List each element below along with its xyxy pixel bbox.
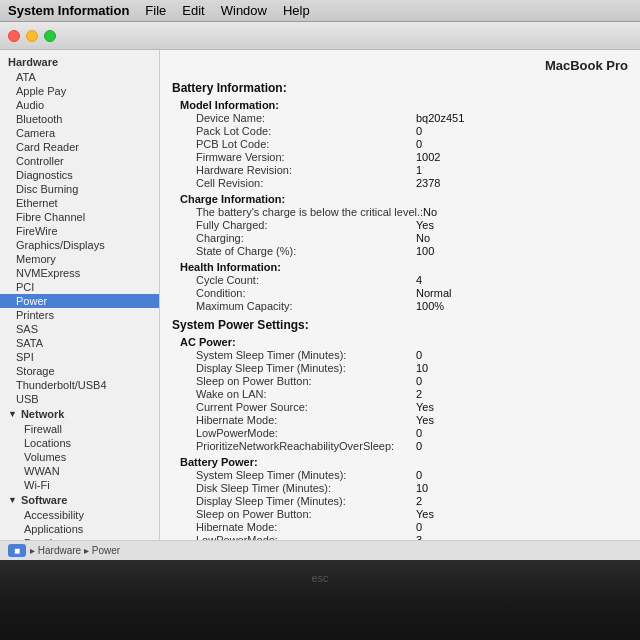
lowpower-row: LowPowerMode: 0 bbox=[196, 427, 628, 439]
sidebar-item-memory[interactable]: Memory bbox=[0, 252, 159, 266]
hibernate-label: Hibernate Mode: bbox=[196, 414, 416, 426]
current-power-label: Current Power Source: bbox=[196, 401, 416, 413]
close-button[interactable] bbox=[8, 30, 20, 42]
breadcrumb-bar: ■ ▸ Hardware ▸ Power bbox=[0, 540, 640, 560]
menu-window[interactable]: Window bbox=[221, 3, 267, 18]
batt-hibernate-label: Hibernate Mode: bbox=[196, 521, 416, 533]
fully-charged-row: Fully Charged: Yes bbox=[196, 219, 628, 231]
device-name-value: bq20z451 bbox=[416, 112, 464, 124]
device-name-row: Device Name: bq20z451 bbox=[196, 112, 628, 124]
state-row: State of Charge (%): 100 bbox=[196, 245, 628, 257]
batt-display-sleep-label: Display Sleep Timer (Minutes): bbox=[196, 495, 416, 507]
sidebar-item-audio[interactable]: Audio bbox=[0, 98, 159, 112]
display-sleep-label: Display Sleep Timer (Minutes): bbox=[196, 362, 416, 374]
display-sleep-row: Display Sleep Timer (Minutes): 10 bbox=[196, 362, 628, 374]
cycle-row: Cycle Count: 4 bbox=[196, 274, 628, 286]
prioritize-label: PrioritizeNetworkReachabilityOverSleep: bbox=[196, 440, 416, 452]
lowpower-value: 0 bbox=[416, 427, 422, 439]
model-info-header: Model Information: bbox=[180, 99, 628, 111]
condition-value: Normal bbox=[416, 287, 451, 299]
lowpower-label: LowPowerMode: bbox=[196, 427, 416, 439]
sidebar-item-spi[interactable]: SPI bbox=[0, 350, 159, 364]
zoom-button[interactable] bbox=[44, 30, 56, 42]
sidebar-item-locations[interactable]: Locations bbox=[0, 436, 159, 450]
network-triangle: ▼ bbox=[8, 409, 17, 419]
firmware-row: Firmware Version: 1002 bbox=[196, 151, 628, 163]
state-value: 100 bbox=[416, 245, 434, 257]
pack-lot-label: Pack Lot Code: bbox=[196, 125, 416, 137]
sleep-power-label: Sleep on Power Button: bbox=[196, 375, 416, 387]
sidebar-item-camera[interactable]: Camera bbox=[0, 126, 159, 140]
device-title: MacBook Pro bbox=[172, 58, 628, 73]
fully-charged-label: Fully Charged: bbox=[196, 219, 416, 231]
sidebar-item-wifi[interactable]: Wi-Fi bbox=[0, 478, 159, 492]
sidebar-item-discburning[interactable]: Disc Burning bbox=[0, 182, 159, 196]
battery-model-table: Model Information: Device Name: bq20z451… bbox=[180, 99, 628, 312]
sidebar-item-ethernet[interactable]: Ethernet bbox=[0, 196, 159, 210]
hardware-label: Hardware Revision: bbox=[196, 164, 416, 176]
menu-edit[interactable]: Edit bbox=[182, 3, 204, 18]
batt-hibernate-value: 0 bbox=[416, 521, 422, 533]
batt-system-sleep-row: System Sleep Timer (Minutes): 0 bbox=[196, 469, 628, 481]
sidebar-item-bluetooth[interactable]: Bluetooth bbox=[0, 112, 159, 126]
sidebar-item-usb[interactable]: USB bbox=[0, 392, 159, 406]
sidebar-item-accessibility[interactable]: Accessibility bbox=[0, 508, 159, 522]
sidebar-item-applepay[interactable]: Apple Pay bbox=[0, 84, 159, 98]
menu-help[interactable]: Help bbox=[283, 3, 310, 18]
network-group[interactable]: ▼ Network bbox=[0, 406, 159, 422]
hibernate-row: Hibernate Mode: Yes bbox=[196, 414, 628, 426]
sidebar-item-wwan[interactable]: WWAN bbox=[0, 464, 159, 478]
sidebar-item-sata[interactable]: SATA bbox=[0, 336, 159, 350]
pack-lot-value: 0 bbox=[416, 125, 422, 137]
sidebar-item-controller[interactable]: Controller bbox=[0, 154, 159, 168]
batt-disk-sleep-row: Disk Sleep Timer (Minutes): 10 bbox=[196, 482, 628, 494]
software-label: Software bbox=[21, 494, 67, 506]
sidebar-item-graphics[interactable]: Graphics/Displays bbox=[0, 238, 159, 252]
charge-info-header: Charge Information: bbox=[180, 193, 628, 205]
batt-disk-sleep-value: 10 bbox=[416, 482, 428, 494]
batt-display-sleep-value: 2 bbox=[416, 495, 422, 507]
batt-sleep-power-value: Yes bbox=[416, 508, 434, 520]
battery-section-title: Battery Information: bbox=[172, 81, 628, 95]
sidebar-item-diagnostics[interactable]: Diagnostics bbox=[0, 168, 159, 182]
minimize-button[interactable] bbox=[26, 30, 38, 42]
hardware-header: Hardware bbox=[0, 54, 159, 70]
main-panel: MacBook Pro Battery Information: Model I… bbox=[160, 50, 640, 540]
breadcrumb-path: ▸ Hardware ▸ Power bbox=[30, 545, 120, 556]
batt-sleep-power-row: Sleep on Power Button: Yes bbox=[196, 508, 628, 520]
battery-power-header: Battery Power: bbox=[180, 456, 628, 468]
sidebar-item-pci[interactable]: PCI bbox=[0, 280, 159, 294]
sidebar-item-nvmexpress[interactable]: NVMExpress bbox=[0, 266, 159, 280]
laptop-bezel: esc bbox=[0, 560, 640, 640]
pcb-lot-row: PCB Lot Code: 0 bbox=[196, 138, 628, 150]
power-section-title: System Power Settings: bbox=[172, 318, 628, 332]
prioritize-value: 0 bbox=[416, 440, 422, 452]
sidebar-item-power[interactable]: Power bbox=[0, 294, 159, 308]
cell-value: 2378 bbox=[416, 177, 440, 189]
sidebar-item-ata[interactable]: ATA bbox=[0, 70, 159, 84]
batt-sleep-power-label: Sleep on Power Button: bbox=[196, 508, 416, 520]
traffic-lights bbox=[8, 30, 56, 42]
sidebar-item-fibrechannel[interactable]: Fibre Channel bbox=[0, 210, 159, 224]
sidebar-item-thunderbolt[interactable]: Thunderbolt/USB4 bbox=[0, 378, 159, 392]
capacity-label: Maximum Capacity: bbox=[196, 300, 416, 312]
sidebar-item-volumes[interactable]: Volumes bbox=[0, 450, 159, 464]
sidebar-item-applications[interactable]: Applications bbox=[0, 522, 159, 536]
pcb-lot-label: PCB Lot Code: bbox=[196, 138, 416, 150]
sidebar-item-firewall[interactable]: Firewall bbox=[0, 422, 159, 436]
wake-lan-row: Wake on LAN: 2 bbox=[196, 388, 628, 400]
power-table: AC Power: System Sleep Timer (Minutes): … bbox=[180, 336, 628, 540]
pcb-lot-value: 0 bbox=[416, 138, 422, 150]
sidebar-item-cardreader[interactable]: Card Reader bbox=[0, 140, 159, 154]
menu-file[interactable]: File bbox=[145, 3, 166, 18]
hardware-row: Hardware Revision: 1 bbox=[196, 164, 628, 176]
window-titlebar bbox=[0, 22, 640, 50]
cell-label: Cell Revision: bbox=[196, 177, 416, 189]
system-sleep-value: 0 bbox=[416, 349, 422, 361]
software-group[interactable]: ▼ Software bbox=[0, 492, 159, 508]
sidebar-item-firewire[interactable]: FireWire bbox=[0, 224, 159, 238]
sleep-power-row: Sleep on Power Button: 0 bbox=[196, 375, 628, 387]
sidebar-item-storage[interactable]: Storage bbox=[0, 364, 159, 378]
sidebar-item-printers[interactable]: Printers bbox=[0, 308, 159, 322]
sidebar-item-sas[interactable]: SAS bbox=[0, 322, 159, 336]
